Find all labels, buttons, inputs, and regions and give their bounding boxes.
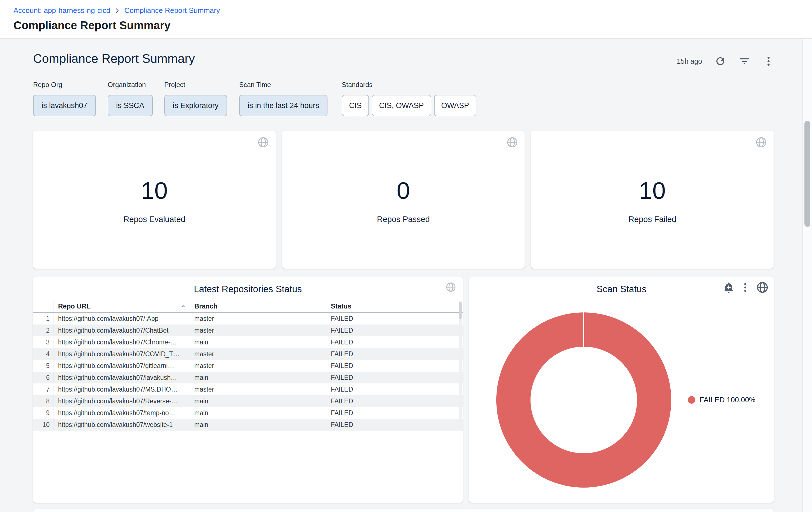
repo-url-cell: https://github.com/lavakush07/ChatBot [54, 324, 190, 336]
page-scrollbar-thumb[interactable] [805, 121, 810, 227]
kebab-menu-icon[interactable] [740, 282, 751, 293]
row-index: 8 [33, 395, 54, 407]
tile-label: Repos Failed [531, 215, 774, 224]
filter-chip-project[interactable]: is Exploratory [164, 95, 227, 116]
tile-value: 10 [33, 177, 276, 204]
repo-url-cell: https://github.com/lavakush07/gitlearni… [54, 360, 190, 372]
scan-card-controls [723, 281, 769, 294]
table-row: 7https://github.com/lavakush07/MS.DHO…ma… [33, 383, 463, 395]
tile-repos-passed: 0 Repos Passed [282, 131, 525, 269]
scan-status-donut-chart[interactable] [496, 313, 671, 488]
tile-repos-failed: 10 Repos Failed [531, 131, 774, 269]
tile-repos-evaluated: 10 Repos Evaluated [33, 131, 276, 269]
top-header: Account: app-harness-ng-cicd Compliance … [0, 0, 812, 39]
status-cell: FAILED [326, 419, 459, 431]
next-card-partial [33, 509, 774, 512]
tile-value: 10 [531, 177, 774, 204]
page-scrollbar-track [803, 39, 812, 512]
table-scrollbar-thumb[interactable] [459, 302, 462, 319]
donut-hole [530, 347, 637, 453]
globe-icon[interactable] [445, 281, 457, 293]
filter-label: Repo Org [33, 81, 96, 89]
chevron-right-icon [114, 7, 120, 14]
status-cell: FAILED [326, 360, 459, 372]
breadcrumb-account-link[interactable]: Account: app-harness-ng-cicd [13, 6, 110, 15]
branch-cell: master [190, 324, 326, 336]
filter-standards: Standards CIS CIS, OWASP OWASP [342, 81, 476, 116]
alert-bell-icon[interactable] [723, 281, 735, 293]
filter-chip-standard-cis-owasp[interactable]: CIS, OWASP [372, 95, 431, 116]
branch-cell: main [190, 395, 326, 407]
branch-cell: master [190, 383, 326, 395]
filter-chip-standard-cis[interactable]: CIS [342, 95, 369, 116]
scan-status-card: Scan Status FAILED 100.00% [469, 276, 774, 503]
repo-table: Repo URL Branch Status 1https://github.c… [33, 301, 463, 431]
table-row: 5https://github.com/lavakush07/gitlearni… [33, 360, 463, 372]
latest-repositories-status-card: Latest Repositories Status Repo URL Bran… [33, 276, 463, 503]
table-row: 9https://github.com/lavakush07/temp-no…m… [33, 407, 463, 419]
branch-cell: main [190, 372, 326, 383]
breadcrumb-page-link[interactable]: Compliance Report Summary [124, 6, 220, 15]
filter-chip-organization[interactable]: is SSCA [108, 95, 153, 116]
page-title: Compliance Report Summary [13, 19, 171, 32]
status-cell: FAILED [326, 407, 459, 419]
filter-label: Project [164, 81, 227, 89]
globe-icon[interactable] [756, 281, 769, 294]
table-scrollbar-track [459, 301, 462, 430]
filter-chip-scan-time[interactable]: is in the last 24 hours [239, 95, 327, 116]
globe-icon[interactable] [257, 136, 269, 149]
table-row: 6https://github.com/lavakush07/lavakush…… [33, 372, 463, 383]
table-row: 1https://github.com/lavakush07/.Appmaste… [33, 313, 463, 324]
globe-icon[interactable] [506, 136, 518, 149]
column-header-branch[interactable]: Branch [190, 301, 326, 312]
status-cell: FAILED [326, 313, 459, 324]
column-header-repo-url[interactable]: Repo URL [54, 301, 190, 312]
row-index: 2 [33, 324, 54, 336]
filter-label: Scan Time [239, 81, 327, 89]
column-header-status[interactable]: Status [326, 301, 459, 312]
branch-cell: main [190, 407, 326, 419]
filter-scan-time: Scan Time is in the last 24 hours [239, 81, 327, 116]
branch-cell: master [190, 313, 326, 324]
legend-label: FAILED 100.00% [700, 396, 755, 404]
refresh-icon[interactable] [715, 55, 726, 67]
row-index: 5 [33, 360, 54, 372]
status-cell: FAILED [326, 372, 459, 383]
table-header-row: Repo URL Branch Status [33, 301, 463, 313]
repo-url-cell: https://github.com/lavakush07/Reverse-… [54, 395, 190, 407]
card-title: Latest Repositories Status [33, 284, 463, 294]
dashboard-controls: 15h ago [677, 53, 775, 69]
kebab-menu-icon[interactable] [763, 55, 775, 67]
row-index: 4 [33, 348, 54, 360]
repo-url-cell: https://github.com/lavakush07/COVID_T… [54, 348, 190, 360]
filter-chip-standard-owasp[interactable]: OWASP [434, 95, 477, 116]
row-index: 7 [33, 383, 54, 395]
sort-asc-icon [180, 303, 186, 309]
repo-url-cell: https://github.com/lavakush07/MS.DHO… [54, 383, 190, 395]
filter-repo-org: Repo Org is lavakush07 [33, 81, 96, 116]
legend-color-dot [688, 396, 695, 404]
repo-url-cell: https://github.com/lavakush07/lavakush… [54, 372, 190, 383]
status-cell: FAILED [326, 383, 459, 395]
repo-url-cell: https://github.com/lavakush07/Chrome-… [54, 336, 190, 348]
row-index: 6 [33, 372, 54, 383]
table-row: 4https://github.com/lavakush07/COVID_T…m… [33, 348, 463, 360]
row-index: 3 [33, 336, 54, 348]
filter-icon[interactable] [738, 55, 750, 67]
branch-cell: main [190, 336, 326, 348]
globe-icon[interactable] [755, 136, 767, 149]
tile-label: Repos Passed [282, 215, 525, 224]
row-index: 1 [33, 313, 54, 324]
filter-project: Project is Exploratory [164, 81, 227, 116]
repo-url-cell: https://github.com/lavakush07/website-1 [54, 419, 190, 431]
legend-item-failed[interactable]: FAILED 100.00% [688, 396, 755, 404]
branch-cell: master [190, 348, 326, 360]
branch-cell: master [190, 360, 326, 372]
row-index: 10 [33, 419, 54, 431]
app-root: Account: app-harness-ng-cicd Compliance … [0, 0, 812, 512]
filter-label: Organization [108, 81, 153, 89]
last-refresh-time: 15h ago [677, 57, 702, 65]
repo-url-cell: https://github.com/lavakush07/temp-no… [54, 407, 190, 419]
filter-chip-repo-org[interactable]: is lavakush07 [33, 95, 96, 116]
row-index: 9 [33, 407, 54, 419]
